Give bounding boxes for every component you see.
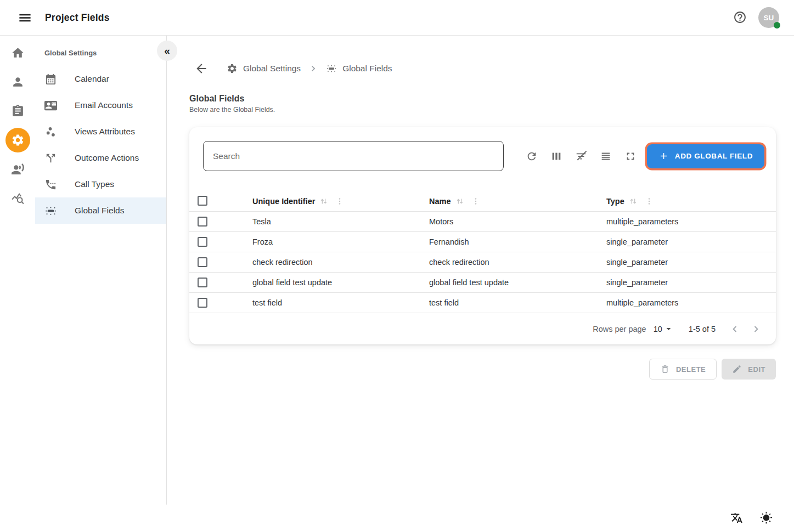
- active-nav-highlight: [5, 128, 30, 152]
- sort-icon[interactable]: [319, 196, 329, 206]
- cell-type: single_parameter: [606, 258, 776, 267]
- cell-name: check redirection: [429, 258, 606, 267]
- rail-item-settings[interactable]: [0, 126, 35, 155]
- rows-per-page-select[interactable]: 10: [654, 324, 674, 334]
- column-header-type: Type: [606, 197, 624, 206]
- column-menu-icon[interactable]: [644, 196, 654, 206]
- chevron-right-icon: [308, 63, 319, 74]
- page-title: Project Fields: [45, 12, 110, 24]
- next-page-icon[interactable]: [749, 322, 763, 336]
- online-status-dot: [774, 22, 780, 29]
- row-actions: DELETE EDIT: [189, 359, 776, 380]
- scatter-plot-icon: [44, 126, 57, 138]
- row-checkbox[interactable]: [198, 257, 207, 267]
- add-global-field-button[interactable]: ADD GLOBAL FIELD: [647, 144, 764, 168]
- sidebar-item-global-fields[interactable]: Global Fields: [35, 197, 166, 224]
- cell-name: Motors: [429, 217, 606, 226]
- search-input[interactable]: [203, 141, 504, 171]
- sidebar-item-call-types[interactable]: Call Types: [35, 171, 166, 197]
- pagination-nav: [728, 322, 763, 336]
- global-fields-table: Unique Identifier Name Type: [189, 191, 776, 313]
- rail-item-coaching[interactable]: [0, 155, 35, 184]
- table-row[interactable]: check redirection check redirection sing…: [189, 252, 776, 273]
- column-header-name: Name: [429, 197, 451, 206]
- sidebar-item-outcome-actions[interactable]: Outcome Actions: [35, 145, 166, 171]
- table-toolbar: ADD GLOBAL FIELD: [189, 141, 776, 171]
- table-row[interactable]: test field test field multiple_parameter…: [189, 293, 776, 313]
- edit-button[interactable]: EDIT: [722, 359, 776, 380]
- sidebar-item-calendar[interactable]: Calendar: [35, 66, 166, 92]
- topbar-right: SU: [733, 7, 779, 28]
- cell-type: single_parameter: [606, 278, 776, 287]
- delete-button[interactable]: DELETE: [649, 359, 717, 380]
- cell-unique-identifier: test field: [252, 298, 429, 307]
- person-icon: [11, 75, 25, 89]
- density-icon[interactable]: [599, 149, 613, 163]
- rail-item-analytics[interactable]: [0, 184, 35, 213]
- cell-unique-identifier: global field test update: [252, 278, 429, 287]
- sort-icon[interactable]: [628, 196, 638, 206]
- collapse-sidebar-icon[interactable]: «: [157, 41, 177, 61]
- home-icon: [11, 46, 25, 60]
- breadcrumb-global-fields[interactable]: Global Fields: [326, 63, 392, 74]
- column-menu-icon[interactable]: [335, 196, 345, 206]
- column-menu-icon[interactable]: [471, 196, 481, 206]
- pagination-range: 1-5 of 5: [689, 325, 716, 333]
- icon-rail: [0, 36, 35, 532]
- select-all-checkbox[interactable]: [198, 196, 207, 206]
- sort-icon[interactable]: [455, 196, 465, 206]
- fullscreen-icon[interactable]: [623, 149, 638, 163]
- caret-down-icon: [663, 324, 674, 334]
- calendar-icon: [44, 73, 57, 86]
- help-icon[interactable]: [733, 10, 747, 25]
- cell-unique-identifier: Froza: [252, 237, 429, 246]
- refresh-icon[interactable]: [525, 149, 539, 163]
- avatar-initials: SU: [764, 14, 774, 22]
- cell-name: test field: [429, 298, 606, 307]
- breadcrumb-global-settings[interactable]: Global Settings: [227, 63, 301, 74]
- toolbar-icon-group: [525, 149, 638, 163]
- translate-icon[interactable]: [729, 511, 744, 525]
- page-header: Global Fields Below are the Global Field…: [189, 94, 794, 114]
- settings-sidebar: Global Settings Calendar Email Accounts …: [35, 36, 167, 505]
- add-button-label: ADD GLOBAL FIELD: [675, 152, 753, 160]
- section-subtitle: Below are the Global Fields.: [189, 106, 794, 114]
- global-fields-card: ADD GLOBAL FIELD Unique Identifier Name: [189, 127, 776, 344]
- avatar[interactable]: SU: [758, 7, 779, 28]
- brightness-icon[interactable]: [759, 511, 773, 525]
- sidebar-item-label: Call Types: [75, 179, 114, 189]
- rail-item-contacts[interactable]: [0, 67, 35, 97]
- table-row[interactable]: global field test update global field te…: [189, 273, 776, 293]
- back-arrow-icon[interactable]: [194, 61, 209, 76]
- rail-item-home[interactable]: [0, 38, 35, 67]
- sidebar-item-label: Views Attributes: [75, 127, 135, 137]
- trash-icon: [660, 364, 670, 374]
- table-row[interactable]: Froza Fernandish single_parameter: [189, 232, 776, 252]
- hamburger-menu-icon[interactable]: [17, 10, 32, 25]
- table-pagination: Rows per page 10 1-5 of 5: [189, 313, 776, 344]
- settings-phone-icon: [44, 178, 57, 191]
- sidebar-item-email-accounts[interactable]: Email Accounts: [35, 92, 166, 118]
- sidebar-item-views-attributes[interactable]: Views Attributes: [35, 118, 166, 145]
- column-header-unique-identifier: Unique Identifier: [252, 197, 315, 206]
- sidebar-heading: Global Settings: [44, 46, 166, 59]
- pencil-icon: [732, 364, 742, 374]
- delete-button-label: DELETE: [676, 365, 706, 373]
- body-layout: Global Settings Calendar Email Accounts …: [0, 36, 794, 532]
- breadcrumb-trail: Global Settings Global Fields: [227, 63, 392, 74]
- row-checkbox[interactable]: [198, 217, 207, 227]
- filter-off-icon[interactable]: [574, 149, 588, 163]
- query-stats-icon: [11, 191, 25, 205]
- rows-per-page-value: 10: [654, 325, 662, 333]
- row-checkbox[interactable]: [198, 278, 207, 287]
- rail-item-tasks[interactable]: [0, 97, 35, 126]
- contact-mail-icon: [44, 99, 57, 112]
- gear-icon: [227, 63, 238, 74]
- row-checkbox[interactable]: [198, 237, 207, 247]
- columns-icon[interactable]: [549, 149, 564, 163]
- call-split-icon: [44, 152, 57, 165]
- previous-page-icon[interactable]: [728, 322, 742, 336]
- row-checkbox[interactable]: [198, 298, 207, 308]
- table-row[interactable]: Tesla Motors multiple_parameters: [189, 212, 776, 232]
- table-header-row: Unique Identifier Name Type: [189, 191, 776, 212]
